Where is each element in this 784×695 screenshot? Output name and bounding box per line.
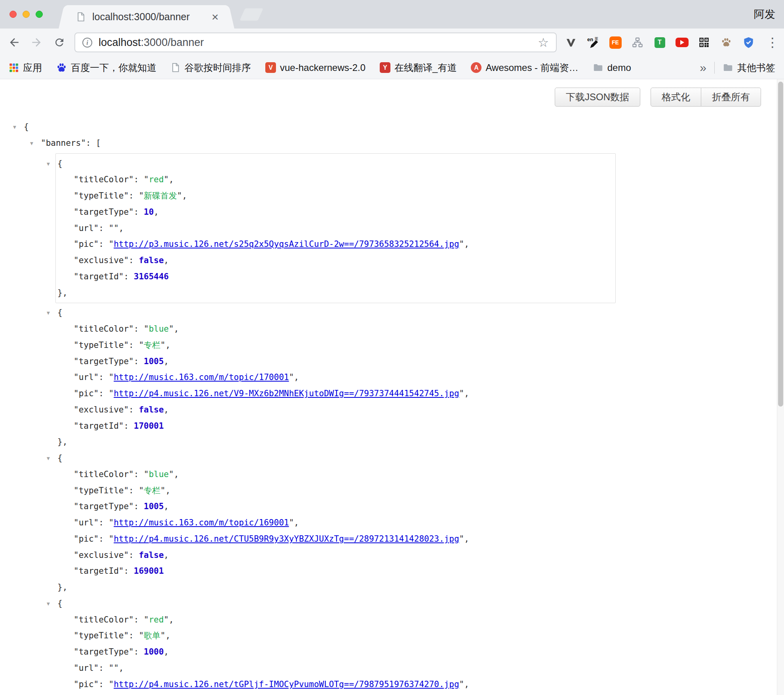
bookmarks-overflow-icon[interactable]: »	[700, 61, 706, 74]
json-line: "targetType": 10,	[56, 204, 615, 220]
json-url-link[interactable]: http://p4.music.126.net/tGPljf-IMOCyPvum…	[114, 680, 459, 689]
bookmark-item[interactable]: Y在线翻译_有道	[380, 61, 457, 74]
scrollbar-thumb[interactable]	[778, 82, 783, 407]
bookmarks-bar: 应用百度一下，你就知道谷歌按时间排序Vvue-hackernews-2.0Y在线…	[0, 56, 784, 79]
sitemap-icon[interactable]	[630, 37, 645, 48]
bookmark-label: demo	[607, 62, 631, 73]
bookmark-star-icon[interactable]: ☆	[538, 35, 549, 50]
t-shield-icon[interactable]: T	[653, 37, 667, 48]
window-minimize-button[interactable]	[23, 11, 30, 18]
browser-tab[interactable]: localhost:3000/banner ×	[67, 5, 226, 29]
collapse-all-button[interactable]: 折叠所有	[701, 88, 761, 107]
json-line: "typeTitle": "新碟首发",	[56, 188, 615, 204]
json-url-link[interactable]: http://p3.music.126.net/s25q2x5QyqsAzilC…	[114, 239, 459, 249]
fe-helper-icon[interactable]: FE	[608, 36, 622, 49]
json-url-link[interactable]: http://music.163.com/m/topic/170001	[114, 372, 289, 382]
bookmark-label: 百度一下，你就知道	[71, 61, 156, 74]
bookmark-label: vue-hackernews-2.0	[280, 62, 365, 73]
format-collapse-group: 格式化 折叠所有	[651, 88, 761, 107]
bookmark-item[interactable]: demo	[593, 62, 631, 73]
json-line: ▼{	[0, 596, 776, 612]
back-button[interactable]	[3, 29, 25, 56]
bookmark-label: Awesomes - 前端资…	[485, 61, 578, 74]
extension-icons: en英FET	[564, 29, 755, 56]
security-shield-icon[interactable]	[741, 37, 755, 48]
format-button[interactable]: 格式化	[651, 88, 701, 107]
bookmark-item[interactable]: 谷歌按时间排序	[171, 61, 251, 74]
other-bookmarks-label: 其他书签	[737, 61, 775, 74]
json-line: "url": "http://music.163.com/m/topic/169…	[0, 515, 776, 531]
page-content: 下载JSON数据 格式化 折叠所有 ▼{▼"banners": [▼{"titl…	[0, 79, 784, 695]
folder-icon	[593, 62, 603, 73]
bookmark-item[interactable]: 应用	[9, 61, 42, 74]
json-line: "exclusive": false,	[0, 402, 776, 418]
json-line: "typeTitle": "专栏",	[0, 337, 776, 353]
json-object-box: ▼{"titleColor": "red","typeTitle": "新碟首发…	[55, 153, 616, 304]
bookmark-item[interactable]: AAwesomes - 前端资…	[471, 61, 578, 74]
json-line: "exclusive": false	[0, 692, 776, 695]
collapse-toggle-icon[interactable]: ▼	[47, 451, 50, 467]
json-line: "titleColor": "blue",	[0, 466, 776, 483]
json-line: ▼{	[0, 119, 776, 135]
svg-text:en: en	[587, 36, 593, 42]
browser-menu-icon[interactable]: ⋮	[766, 29, 779, 56]
collapse-toggle-icon[interactable]: ▼	[47, 305, 50, 321]
json-url-link[interactable]: http://p4.music.126.net/V9-MXz6b2MNhEKju…	[114, 389, 459, 398]
scrollbar-track	[777, 79, 784, 695]
json-line: "url": "http://music.163.com/m/topic/170…	[0, 369, 776, 386]
tab-close-icon[interactable]: ×	[211, 11, 219, 23]
profile-name: 阿发	[754, 0, 775, 29]
url-path: :3000/banner	[141, 36, 204, 48]
bookmark-label: 应用	[23, 61, 42, 74]
bookmarks-list: 应用百度一下，你就知道谷歌按时间排序Vvue-hackernews-2.0Y在线…	[9, 61, 631, 74]
tab-strip: localhost:3000/banner × 阿发	[0, 0, 784, 29]
json-line: "exclusive": false,	[0, 547, 776, 563]
collapse-toggle-icon[interactable]: ▼	[47, 596, 50, 612]
json-line: "pic": "http://p4.music.126.net/tGPljf-I…	[0, 676, 776, 693]
youtube-icon[interactable]	[675, 38, 689, 47]
json-url-link[interactable]: http://music.163.com/m/topic/169001	[114, 518, 289, 527]
bookmark-item[interactable]: 百度一下，你就知道	[56, 61, 156, 74]
vimium-v-icon[interactable]	[564, 37, 578, 48]
collapse-toggle-icon[interactable]: ▼	[47, 156, 50, 172]
qr-code-icon[interactable]	[697, 37, 711, 48]
paw-icon[interactable]	[719, 37, 733, 48]
json-line: "targetId": 169001	[0, 563, 776, 579]
other-bookmarks-folder[interactable]: 其他书签	[723, 61, 775, 74]
json-line: "pic": "http://p3.music.126.net/s25q2x5Q…	[56, 236, 615, 252]
tab-title: localhost:3000/banner	[92, 11, 211, 23]
page-info-icon[interactable]: i	[82, 38, 92, 48]
baidu-paw-icon	[56, 62, 67, 73]
json-line: "typeTitle": "歌单",	[0, 628, 776, 644]
json-line: "targetType": 1005,	[0, 353, 776, 370]
translate-pen-icon[interactable]: en英	[586, 36, 600, 48]
bookmarks-separator	[714, 62, 715, 74]
folder-icon	[723, 62, 733, 73]
download-json-button[interactable]: 下载JSON数据	[555, 88, 640, 107]
json-line: "titleColor": "red",	[56, 172, 615, 188]
json-line: "exclusive": false,	[56, 252, 615, 269]
json-line: "url": "",	[56, 220, 615, 237]
json-line: "pic": "http://p4.music.126.net/V9-MXz6b…	[0, 386, 776, 402]
json-line: ▼{	[0, 450, 776, 466]
page-favicon-icon	[76, 12, 86, 22]
collapse-toggle-icon[interactable]: ▼	[13, 119, 16, 136]
new-tab-button[interactable]	[240, 8, 263, 21]
json-line: ▼"banners": [	[0, 135, 776, 151]
reload-button[interactable]	[48, 29, 70, 56]
address-bar[interactable]: i localhost:3000/banner ☆	[74, 32, 557, 52]
json-url-link[interactable]: http://p4.music.126.net/CTU5B9R9y3XyYBZX…	[114, 534, 459, 544]
window-zoom-button[interactable]	[36, 11, 43, 18]
bookmark-label: 谷歌按时间排序	[185, 61, 251, 74]
window-close-button[interactable]	[10, 11, 17, 18]
json-line: "targetId": 170001	[0, 418, 776, 434]
json-line: "titleColor": "blue",	[0, 321, 776, 337]
browser-toolbar: i localhost:3000/banner ☆ en英FET ⋮	[0, 29, 784, 56]
forward-button[interactable]	[25, 29, 48, 56]
json-line: },	[56, 285, 615, 301]
collapse-toggle-icon[interactable]: ▼	[30, 136, 33, 152]
json-line: ▼{	[56, 156, 615, 172]
bookmark-item[interactable]: Vvue-hackernews-2.0	[265, 62, 365, 73]
window-controls	[10, 11, 43, 18]
json-line: "targetType": 1005,	[0, 498, 776, 515]
